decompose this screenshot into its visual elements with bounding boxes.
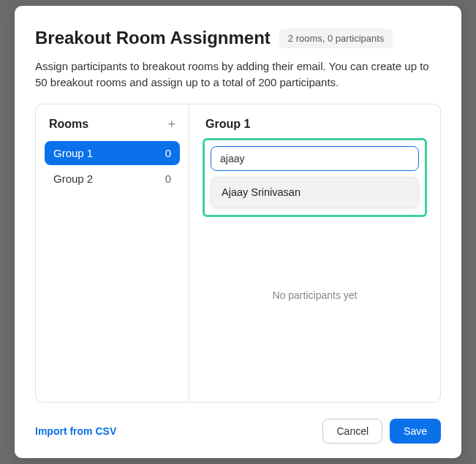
detail-group-title: Group 1 (203, 118, 427, 131)
modal-description: Assign participants to breakout rooms by… (35, 58, 441, 91)
detail-panel: Group 1 Ajaay Srinivasan No participants… (189, 104, 440, 403)
import-csv-link[interactable]: Import from CSV (35, 425, 116, 437)
modal-title: Breakout Room Assignment (35, 28, 271, 48)
room-count: 0 (165, 172, 171, 185)
participant-search-input[interactable] (211, 146, 419, 171)
breakout-modal: Breakout Room Assignment 2 rooms, 0 part… (15, 6, 461, 458)
suggestion-dropdown: Ajaay Srinivasan (211, 177, 419, 208)
room-count: 0 (165, 147, 171, 159)
footer-buttons: Cancel Save (322, 419, 441, 444)
cancel-button[interactable]: Cancel (322, 419, 382, 444)
suggestion-item[interactable]: Ajaay Srinivasan (211, 178, 418, 207)
rooms-header: Rooms + (45, 118, 180, 131)
modal-header: Breakout Room Assignment 2 rooms, 0 part… (35, 28, 441, 48)
empty-participants-text: No participants yet (203, 246, 427, 346)
rooms-title: Rooms (49, 118, 88, 131)
rooms-panel: Rooms + Group 1 0 Group 2 0 (36, 104, 189, 403)
panels-container: Rooms + Group 1 0 Group 2 0 Group 1 Ajaa… (35, 104, 441, 403)
room-name: Group 2 (53, 172, 93, 185)
room-summary-badge: 2 rooms, 0 participants (279, 28, 393, 48)
modal-footer: Import from CSV Cancel Save (35, 403, 441, 444)
save-button[interactable]: Save (390, 419, 441, 444)
search-highlight-box: Ajaay Srinivasan (203, 138, 427, 217)
room-name: Group 1 (53, 147, 93, 159)
add-room-icon[interactable]: + (167, 118, 175, 131)
room-item-group-2[interactable]: Group 2 0 (45, 167, 180, 191)
room-item-group-1[interactable]: Group 1 0 (45, 141, 180, 165)
